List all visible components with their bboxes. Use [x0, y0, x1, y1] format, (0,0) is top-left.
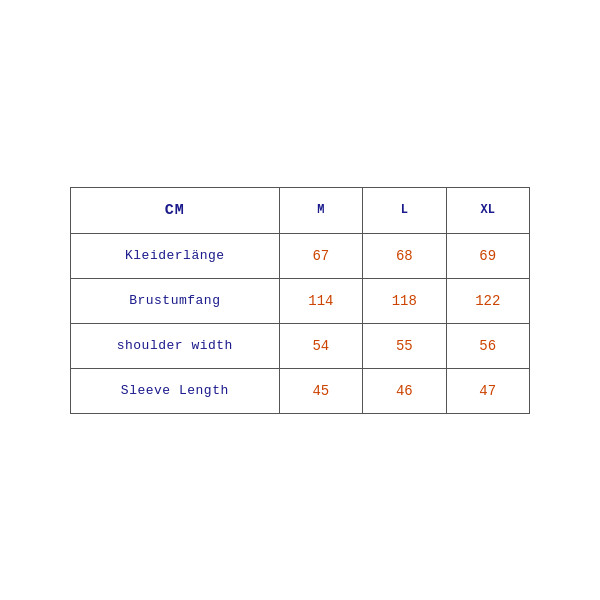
- row-val-xl-3: 47: [446, 368, 529, 413]
- table-row: Brustumfang114118122: [71, 278, 530, 323]
- row-val-l-2: 55: [363, 323, 446, 368]
- row-val-l-3: 46: [363, 368, 446, 413]
- table-row: shoulder width545556: [71, 323, 530, 368]
- header-xl: XL: [446, 187, 529, 233]
- table-row: Sleeve Length454647: [71, 368, 530, 413]
- header-l: L: [363, 187, 446, 233]
- row-val-xl-0: 69: [446, 233, 529, 278]
- row-val-l-1: 118: [363, 278, 446, 323]
- header-cm: CM: [71, 187, 280, 233]
- row-label-2: shoulder width: [71, 323, 280, 368]
- table-header-row: CM M L XL: [71, 187, 530, 233]
- row-val-m-0: 67: [279, 233, 362, 278]
- size-table-wrapper: CM M L XL Kleiderlänge676869Brustumfang1…: [70, 187, 530, 414]
- row-val-l-0: 68: [363, 233, 446, 278]
- table-row: Kleiderlänge676869: [71, 233, 530, 278]
- row-label-1: Brustumfang: [71, 278, 280, 323]
- header-m: M: [279, 187, 362, 233]
- row-val-xl-1: 122: [446, 278, 529, 323]
- row-val-m-1: 114: [279, 278, 362, 323]
- size-table: CM M L XL Kleiderlänge676869Brustumfang1…: [70, 187, 530, 414]
- row-label-0: Kleiderlänge: [71, 233, 280, 278]
- row-val-xl-2: 56: [446, 323, 529, 368]
- row-val-m-3: 45: [279, 368, 362, 413]
- row-label-3: Sleeve Length: [71, 368, 280, 413]
- row-val-m-2: 54: [279, 323, 362, 368]
